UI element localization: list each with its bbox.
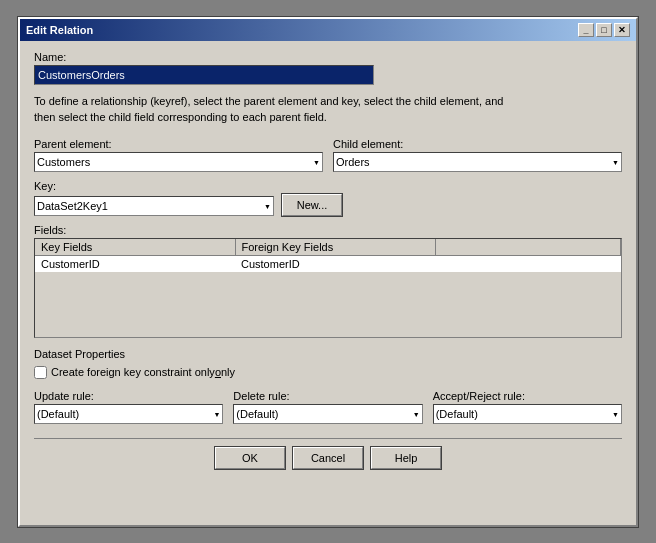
accept-reject-rule-label: Accept/Reject rule: bbox=[433, 390, 622, 402]
dataset-props: Dataset Properties Create foreign key co… bbox=[34, 348, 622, 424]
key-controls: DataSet2Key1 New... bbox=[34, 194, 622, 216]
delete-rule-col: Delete rule: (Default) Cascade None SetN… bbox=[233, 390, 422, 424]
child-element-label: Child element: bbox=[333, 138, 622, 150]
name-input[interactable] bbox=[34, 65, 374, 85]
extra-header bbox=[435, 239, 621, 256]
child-element-col: Child element: Orders bbox=[333, 138, 622, 172]
key-row: Key: DataSet2Key1 New... bbox=[34, 180, 622, 216]
child-element-select[interactable]: Orders bbox=[333, 152, 622, 172]
dialog-body: Name: To define a relationship (keyref),… bbox=[20, 41, 636, 483]
fk-fields-header: Foreign Key Fields bbox=[235, 239, 435, 256]
dialog-title: Edit Relation bbox=[26, 24, 93, 36]
parent-element-wrapper: Customers bbox=[34, 152, 323, 172]
fk-field-cell: CustomerID bbox=[235, 255, 435, 272]
parent-element-col: Parent element: Customers bbox=[34, 138, 323, 172]
foreign-key-row: Create foreign key constraint onlyonly bbox=[34, 366, 622, 380]
name-label: Name: bbox=[34, 51, 622, 63]
cancel-button[interactable]: Cancel bbox=[293, 447, 363, 469]
title-bar: Edit Relation _ □ ✕ bbox=[20, 19, 636, 41]
accept-reject-rule-col: Accept/Reject rule: (Default) Cascade No… bbox=[433, 390, 622, 424]
ok-button[interactable]: OK bbox=[215, 447, 285, 469]
delete-rule-wrapper: (Default) Cascade None SetNull SetDefaul… bbox=[233, 404, 422, 424]
key-fields-header: Key Fields bbox=[35, 239, 235, 256]
extra-cell bbox=[435, 255, 621, 272]
key-label: Key: bbox=[34, 180, 622, 192]
fields-label: Fields: bbox=[34, 224, 622, 236]
fields-header-row: Key Fields Foreign Key Fields bbox=[35, 239, 621, 256]
foreign-key-checkbox[interactable] bbox=[34, 366, 47, 379]
accept-reject-rule-wrapper: (Default) Cascade None bbox=[433, 404, 622, 424]
new-button[interactable]: New... bbox=[282, 194, 342, 216]
description-text: To define a relationship (keyref), selec… bbox=[34, 93, 622, 126]
maximize-button[interactable]: □ bbox=[596, 23, 612, 37]
parent-element-select[interactable]: Customers bbox=[34, 152, 323, 172]
title-bar-buttons: _ □ ✕ bbox=[578, 23, 630, 37]
fields-table-wrapper: Key Fields Foreign Key Fields CustomerID… bbox=[34, 238, 622, 338]
minimize-button[interactable]: _ bbox=[578, 23, 594, 37]
update-rule-select[interactable]: (Default) Cascade None SetNull SetDefaul… bbox=[34, 404, 223, 424]
update-rule-wrapper: (Default) Cascade None SetNull SetDefaul… bbox=[34, 404, 223, 424]
name-row: Name: bbox=[34, 51, 622, 85]
close-button[interactable]: ✕ bbox=[614, 23, 630, 37]
key-select-wrapper: DataSet2Key1 bbox=[34, 196, 274, 216]
element-row: Parent element: Customers Child element:… bbox=[34, 138, 622, 172]
help-button[interactable]: Help bbox=[371, 447, 441, 469]
rules-row: Update rule: (Default) Cascade None SetN… bbox=[34, 390, 622, 424]
dataset-props-title: Dataset Properties bbox=[34, 348, 622, 360]
foreign-key-label: Create foreign key constraint onlyonly bbox=[51, 366, 235, 378]
key-field-cell: CustomerID bbox=[35, 255, 235, 272]
update-rule-col: Update rule: (Default) Cascade None SetN… bbox=[34, 390, 223, 424]
table-row[interactable]: CustomerID CustomerID bbox=[35, 255, 621, 272]
delete-rule-label: Delete rule: bbox=[233, 390, 422, 402]
update-rule-label: Update rule: bbox=[34, 390, 223, 402]
key-select[interactable]: DataSet2Key1 bbox=[34, 196, 274, 216]
fields-table: Key Fields Foreign Key Fields CustomerID… bbox=[35, 239, 621, 273]
bottom-buttons: OK Cancel Help bbox=[34, 438, 622, 473]
edit-relation-dialog: Edit Relation _ □ ✕ Name: To define a re… bbox=[18, 17, 638, 527]
child-element-wrapper: Orders bbox=[333, 152, 622, 172]
delete-rule-select[interactable]: (Default) Cascade None SetNull SetDefaul… bbox=[233, 404, 422, 424]
accept-reject-rule-select[interactable]: (Default) Cascade None bbox=[433, 404, 622, 424]
fields-section: Fields: Key Fields Foreign Key Fields Cu… bbox=[34, 224, 622, 338]
parent-element-label: Parent element: bbox=[34, 138, 323, 150]
